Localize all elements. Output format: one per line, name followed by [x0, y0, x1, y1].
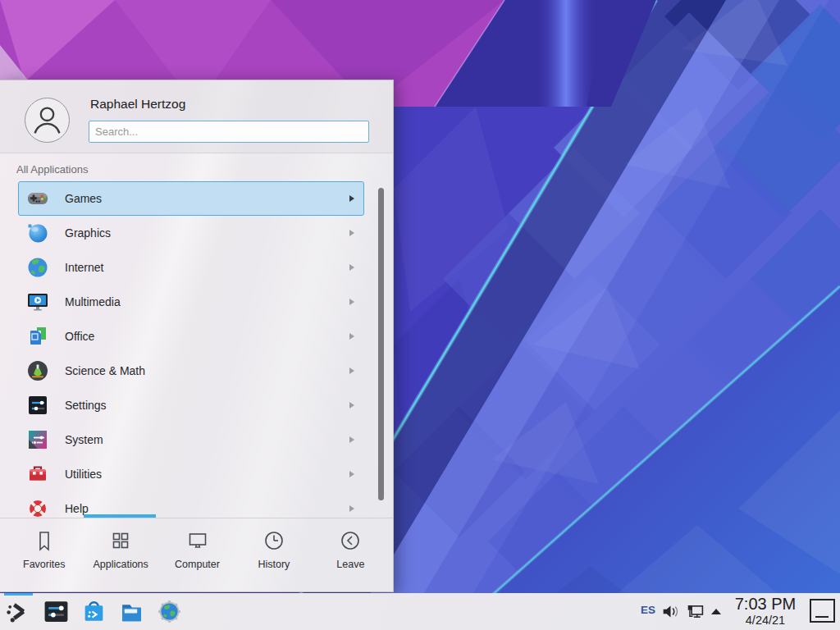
category-label: Settings: [65, 399, 107, 412]
launcher-active-indicator: [4, 593, 33, 596]
keyboard-layout-indicator[interactable]: ES: [637, 604, 659, 616]
user-icon: [25, 98, 69, 142]
category-graphics[interactable]: Graphics: [18, 216, 364, 250]
tab-history[interactable]: History: [235, 523, 312, 589]
monitor-play-icon: [25, 290, 50, 314]
list-scrollbar[interactable]: [378, 188, 384, 500]
submenu-arrow-icon: [349, 402, 354, 409]
tab-applications[interactable]: Applications: [82, 523, 158, 589]
submenu-arrow-icon: [349, 264, 354, 271]
discover-icon[interactable]: [80, 598, 107, 625]
launcher-tab-bar: Favorites Applications Computer: [6, 523, 389, 589]
tab-separator: [0, 518, 393, 518]
tab-label: History: [258, 559, 290, 570]
show-desktop-button[interactable]: [810, 599, 835, 623]
active-tab-indicator: [84, 514, 156, 518]
bookmark-icon: [32, 528, 57, 553]
category-label: Science & Math: [65, 364, 145, 377]
submenu-arrow-icon: [349, 471, 354, 477]
category-internet[interactable]: Internet: [18, 250, 364, 285]
category-office[interactable]: Office: [18, 319, 364, 354]
tab-label: Leave: [336, 559, 364, 570]
taskbar-panel: ES 7:03 PM 4/24/21: [0, 593, 840, 630]
digital-clock[interactable]: 7:03 PM 4/24/21: [728, 595, 802, 627]
show-desktop-glyph: [815, 616, 829, 618]
grid-icon: [108, 528, 133, 553]
tab-label: Favorites: [23, 559, 65, 570]
leave-circle-icon: [338, 528, 363, 553]
category-label: Office: [65, 330, 94, 343]
category-label: Graphics: [65, 226, 111, 240]
system-sliders-icon: [25, 427, 50, 452]
category-help[interactable]: Help: [18, 491, 364, 526]
category-system[interactable]: System: [18, 422, 364, 457]
globe-icon: [25, 255, 50, 280]
toolbox-icon: [25, 462, 50, 486]
category-multimedia[interactable]: Multimedia: [18, 285, 364, 319]
submenu-arrow-icon: [349, 368, 354, 374]
category-label: Multimedia: [65, 295, 121, 308]
clock-time: 7:03 PM: [728, 595, 802, 614]
web-browser-globe-icon[interactable]: [156, 598, 183, 625]
file-manager-folder-icon[interactable]: [118, 598, 145, 625]
volume-icon[interactable]: [661, 602, 680, 621]
network-icon[interactable]: [686, 602, 705, 621]
tab-leave[interactable]: Leave: [313, 523, 389, 589]
submenu-arrow-icon: [349, 230, 354, 236]
computer-icon: [185, 528, 210, 553]
category-settings[interactable]: Settings: [18, 388, 364, 422]
submenu-arrow-icon: [349, 505, 354, 512]
application-launcher-button[interactable]: [5, 598, 32, 625]
submenu-arrow-icon: [349, 436, 354, 443]
submenu-arrow-icon: [349, 299, 354, 305]
category-label: System: [65, 433, 103, 446]
tab-label: Computer: [175, 559, 220, 570]
user-name: Raphael Hertzog: [90, 97, 185, 112]
category-science-math[interactable]: Science & Math: [18, 354, 364, 388]
clock-icon: [262, 528, 286, 553]
category-label: Internet: [65, 261, 103, 274]
system-settings-icon[interactable]: [43, 598, 70, 625]
sphere-icon: [25, 221, 50, 245]
user-avatar[interactable]: [25, 98, 70, 143]
category-label: Help: [65, 502, 89, 515]
category-label: Games: [65, 192, 102, 205]
submenu-arrow-icon: [349, 333, 354, 340]
clock-date: 4/24/21: [728, 614, 802, 627]
category-label: Utilities: [65, 468, 102, 481]
submenu-arrow-icon: [349, 195, 354, 202]
tab-favorites[interactable]: Favorites: [6, 523, 82, 589]
desktop: Raphael Hertzog All Applications Games: [0, 0, 840, 630]
category-utilities[interactable]: Utilities: [18, 457, 364, 491]
sliders-icon: [25, 393, 50, 418]
expand-tray-caret-icon[interactable]: [710, 607, 723, 616]
application-launcher-menu: Raphael Hertzog All Applications Games: [0, 80, 394, 592]
documents-icon: [25, 324, 50, 349]
tab-computer[interactable]: Computer: [159, 523, 235, 589]
tab-label: Applications: [93, 559, 148, 570]
search-input[interactable]: [89, 121, 369, 143]
section-label: All Applications: [16, 163, 88, 176]
flask-icon: [25, 358, 50, 383]
category-games[interactable]: Games: [18, 181, 364, 216]
gamepad-icon: [25, 186, 50, 211]
